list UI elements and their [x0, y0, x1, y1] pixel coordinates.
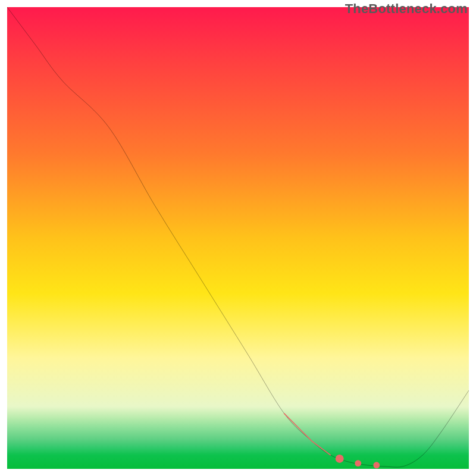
highlight-segment	[284, 414, 331, 455]
highlight-dot	[355, 460, 361, 466]
plot-area	[7, 7, 469, 469]
chart-frame: TheBottleneck.com	[0, 0, 476, 476]
highlight-dot	[336, 455, 344, 463]
highlight-dot	[373, 462, 380, 468]
curve-layer	[7, 7, 469, 469]
highlight-dots	[336, 455, 380, 468]
bottleneck-curve	[7, 7, 469, 467]
